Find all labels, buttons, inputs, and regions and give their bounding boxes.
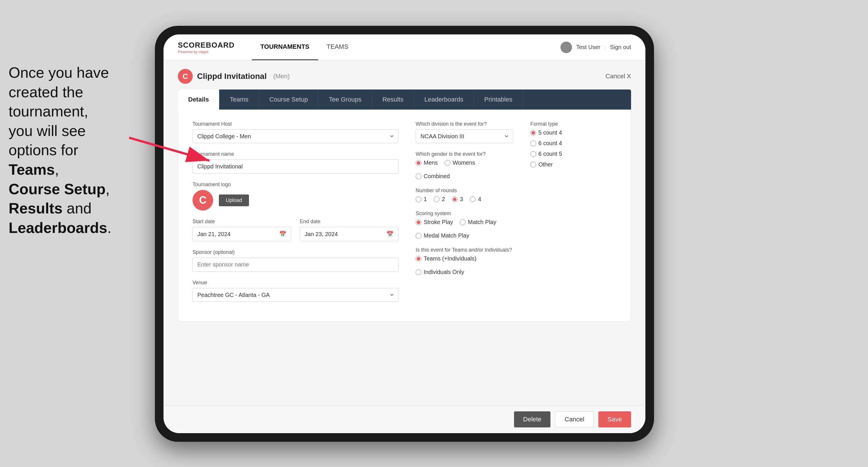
sign-out-link[interactable]: Sign out xyxy=(610,44,631,51)
rounds-2-option[interactable]: 2 xyxy=(434,196,445,203)
scoring-stroke-radio[interactable] xyxy=(416,219,422,225)
start-date-group: Start date 📅 xyxy=(192,219,291,241)
format-5count4-option[interactable]: 5 count 4 xyxy=(530,129,616,136)
user-name: Test User xyxy=(576,44,600,51)
gender-combined-radio[interactable] xyxy=(416,174,422,179)
cancel-tournament-button[interactable]: Cancel X xyxy=(606,72,631,80)
logo-area: SCOREBOARD Powered by clippd xyxy=(178,41,235,54)
scoring-match-option[interactable]: Match Play xyxy=(460,219,496,225)
individuals-only-label: Individuals Only xyxy=(424,269,464,275)
nav-links: TOURNAMENTS TEAMS xyxy=(252,34,560,60)
format-5count4-radio[interactable] xyxy=(530,130,536,136)
tab-details[interactable]: Details xyxy=(178,90,219,110)
scoring-stroke-option[interactable]: Stroke Play xyxy=(416,219,453,225)
scoring-medal-option[interactable]: Medal Match Play xyxy=(416,232,469,239)
teams-plus-label: Teams (+Individuals) xyxy=(424,255,476,262)
tab-course-setup[interactable]: Course Setup xyxy=(259,90,319,110)
format-6count5-radio[interactable] xyxy=(530,151,536,157)
scoring-match-label: Match Play xyxy=(468,219,496,225)
tab-printables[interactable]: Printables xyxy=(474,90,523,110)
gender-womens-option[interactable]: Womens xyxy=(444,159,475,166)
venue-select[interactable]: Peachtree GC - Atlanta - GA xyxy=(192,288,398,302)
end-date-group: End date 📅 xyxy=(300,219,398,241)
user-divider: | xyxy=(605,45,606,49)
dates-row: Start date 📅 End date xyxy=(192,219,398,249)
save-button[interactable]: Save xyxy=(598,411,631,428)
tournament-host-select[interactable]: Clippd College - Men xyxy=(192,129,398,143)
rounds-2-radio[interactable] xyxy=(434,196,439,202)
start-date-calendar-icon[interactable]: 📅 xyxy=(275,227,291,241)
tab-results[interactable]: Results xyxy=(372,90,414,110)
rounds-1-label: 1 xyxy=(424,196,427,203)
division-select[interactable]: NCAA Division III xyxy=(416,129,513,143)
user-avatar xyxy=(560,41,572,53)
tournament-logo-label: Tournament logo xyxy=(192,182,398,188)
format-6count5-label: 6 count 5 xyxy=(538,151,562,157)
individuals-only-option[interactable]: Individuals Only xyxy=(416,269,464,275)
tab-navigation: Details Teams Course Setup Tee Groups Re… xyxy=(178,90,631,110)
gender-mens-option[interactable]: Mens xyxy=(416,159,438,166)
division-label: Which division is the event for? xyxy=(416,121,513,127)
gender-womens-radio[interactable] xyxy=(444,160,451,166)
gender-radio-group: Mens Womens Combined xyxy=(416,159,513,180)
teams-group: Is this event for Teams and/or Individua… xyxy=(416,247,513,275)
teams-plus-radio[interactable] xyxy=(416,256,422,261)
form-footer: Delete Cancel Save xyxy=(163,405,645,433)
tournament-name-input[interactable] xyxy=(192,159,398,174)
tab-teams[interactable]: Teams xyxy=(219,90,259,110)
logo-upload-area: C Upload xyxy=(192,190,398,211)
format-6count4-option[interactable]: 6 count 4 xyxy=(530,140,616,147)
nav-tournaments[interactable]: TOURNAMENTS xyxy=(252,34,318,60)
rounds-3-option[interactable]: 3 xyxy=(452,196,463,203)
individuals-only-radio[interactable] xyxy=(416,269,422,275)
format-other-option[interactable]: Other xyxy=(530,161,616,168)
sponsor-input[interactable] xyxy=(192,258,398,272)
nav-teams[interactable]: TEAMS xyxy=(318,34,357,60)
cancel-x: X xyxy=(627,72,631,80)
rounds-3-label: 3 xyxy=(460,196,463,203)
format-group: Format type 5 count 4 6 co xyxy=(530,121,616,168)
format-other-radio[interactable] xyxy=(530,162,536,167)
app-container: SCOREBOARD Powered by clippd TOURNAMENTS… xyxy=(163,34,645,433)
gender-group: Which gender is the event for? Mens xyxy=(416,151,513,180)
rounds-4-radio[interactable] xyxy=(470,196,475,202)
scoring-medal-radio[interactable] xyxy=(416,233,422,239)
top-nav: SCOREBOARD Powered by clippd TOURNAMENTS… xyxy=(163,34,645,60)
scoring-label: Scoring system xyxy=(416,211,513,217)
logo-sub: Powered by clippd xyxy=(178,50,235,54)
tab-tee-groups[interactable]: Tee Groups xyxy=(318,90,372,110)
end-date-wrapper: 📅 xyxy=(300,227,398,241)
gender-combined-option[interactable]: Combined xyxy=(416,173,450,180)
bold-results: Results xyxy=(9,200,63,217)
gender-mens-radio[interactable] xyxy=(416,160,422,166)
device-frame: SCOREBOARD Powered by clippd TOURNAMENTS… xyxy=(155,26,654,442)
rounds-1-radio[interactable] xyxy=(416,196,422,202)
start-date-wrapper: 📅 xyxy=(192,227,291,241)
delete-button[interactable]: Delete xyxy=(514,411,551,428)
start-date-label: Start date xyxy=(192,219,291,225)
format-6count4-radio[interactable] xyxy=(530,141,536,146)
cancel-button[interactable]: Cancel xyxy=(555,411,593,428)
teams-label: Is this event for Teams and/or Individua… xyxy=(416,247,513,253)
logo-text: SCOREBOARD xyxy=(178,41,235,50)
rounds-3-radio[interactable] xyxy=(452,196,458,202)
logo-circle: C xyxy=(192,190,213,211)
end-date-input[interactable] xyxy=(300,227,382,241)
format-radio-col: 5 count 4 6 count 4 6 co xyxy=(530,129,616,168)
rounds-1-option[interactable]: 1 xyxy=(416,196,427,203)
rounds-4-label: 4 xyxy=(478,196,481,203)
scoring-match-radio[interactable] xyxy=(460,219,466,225)
format-5count4-label: 5 count 4 xyxy=(538,129,562,136)
tournament-name: Clippd Invitational xyxy=(197,72,267,81)
gender-mens-label: Mens xyxy=(424,159,438,166)
teams-plus-individuals-option[interactable]: Teams (+Individuals) xyxy=(416,255,476,262)
end-date-calendar-icon[interactable]: 📅 xyxy=(382,227,398,241)
start-date-input[interactable] xyxy=(193,227,275,241)
left-instruction-text: Once you have created the tournament, yo… xyxy=(0,57,132,243)
venue-group: Venue Peachtree GC - Atlanta - GA xyxy=(192,280,398,302)
bold-leaderboards: Leaderboards xyxy=(9,219,107,236)
upload-button[interactable]: Upload xyxy=(219,194,249,206)
format-6count5-option[interactable]: 6 count 5 xyxy=(530,151,616,157)
tab-leaderboards[interactable]: Leaderboards xyxy=(414,90,474,110)
rounds-4-option[interactable]: 4 xyxy=(470,196,481,203)
